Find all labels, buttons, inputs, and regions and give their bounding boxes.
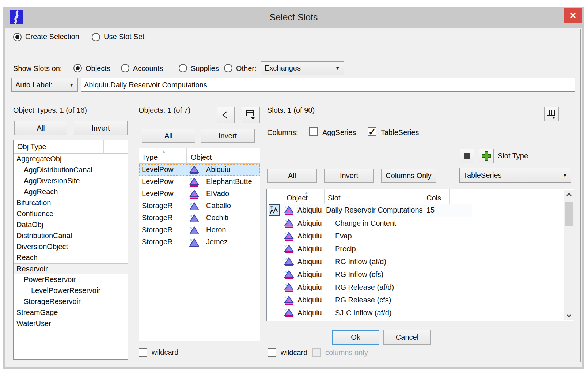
slots-scrollbar[interactable] [564,190,574,320]
objects-invert-button[interactable]: Invert [201,129,255,143]
list-item-aggreach[interactable]: AggReach [14,187,128,198]
object-types-all-button[interactable]: All [14,121,67,135]
accounts-label: Accounts [133,64,163,73]
list-item-confluence[interactable]: Confluence [14,208,128,219]
slots-table-header[interactable]: ▲ Object Slot Cols [267,189,574,204]
objects-radio[interactable] [73,64,82,72]
tableseries-label: TableSeries [381,128,419,137]
slots-all-button[interactable]: All [267,169,317,183]
list-item-aggregateobj[interactable]: AggregateObj [14,154,128,165]
slots-table: ▲ Object Slot Cols Abiquiu Daily R [266,189,574,321]
objects-table-header[interactable]: ▲ Type Object [139,148,260,164]
slot-name-cell: Change in Content [335,219,396,228]
objects-table: ▲ Type Object LevelPow Abiquiu LevelPow [139,148,260,341]
slot-cols-cell: 15 [426,206,435,214]
object-row-elephantbutte[interactable]: LevelPow ElephantButte [139,176,260,188]
object-row-heron[interactable]: StorageR Heron [139,224,260,236]
slot-object-cell: Abiquiu [297,232,322,240]
object-row-elvado[interactable]: LevelPow ElVado [139,188,260,200]
chevron-down-icon: ▼ [335,65,340,71]
object-row-cochiti[interactable]: StorageR Cochiti [139,212,260,224]
title-bar[interactable]: Select Slots ✕ [3,7,584,28]
show-previous-button[interactable] [217,107,235,123]
slot-row-rg-inflow-afd[interactable]: Abiquiu RG Inflow (af/d) [267,255,564,268]
objects-all-button[interactable]: All [142,129,195,143]
slot-row-sjc-inflow-afd[interactable]: Abiquiu SJ-C Inflow (af/d) [267,307,564,319]
scroll-up-icon[interactable] [566,193,572,196]
accounts-radio[interactable] [121,64,129,72]
columns-only-button[interactable]: Columns Only [381,169,436,183]
slot-name-cell: RG Release (af/d) [335,283,394,292]
sort-ascending-icon: ▲ [162,149,166,154]
create-selection-radio[interactable] [13,33,22,41]
slot-object-cell: Abiquiu [297,206,322,214]
slot-type-add-button[interactable] [479,149,494,163]
type-column-header[interactable]: Type [142,153,158,162]
slot-type-stop-button[interactable] [460,149,474,163]
use-slot-set-radio[interactable] [92,33,100,41]
select-slots-dialog: Select Slots ✕ Create Selection Use Slot… [3,7,584,369]
scrollbar-thumb[interactable] [565,202,573,226]
label-input[interactable] [81,78,575,92]
table-columns-icon [246,110,256,120]
list-item-bifurcation[interactable]: Bifurcation [14,198,128,208]
slot-row-rg-release-afd[interactable]: Abiquiu RG Release (af/d) [267,281,564,294]
slot-name-cell: Daily Reservoir Computations [326,206,423,214]
table-columns-icon [546,109,557,119]
object-types-list-header[interactable]: Obj Type [14,140,128,154]
list-item-dataobj[interactable]: DataObj [14,219,128,230]
cancel-button[interactable]: Cancel [383,330,431,345]
slot-row-precip[interactable]: Abiquiu Precip [267,242,564,255]
aggseries-checkbox[interactable] [309,127,318,136]
object-row-caballo[interactable]: StorageR Caballo [139,200,260,212]
plus-icon [481,151,492,162]
list-item-storagereservoir[interactable]: StorageReservoir [14,296,128,307]
slots-wildcard-checkbox[interactable] [268,348,276,357]
list-item-distributioncanal[interactable]: DistributionCanal [14,230,128,241]
slot-row-change-in-content[interactable]: Abiquiu Change in Content [267,217,564,230]
slot-row-rg-release-cfs[interactable]: Abiquiu RG Release (cfs) [267,294,564,307]
list-item-powerreservoir[interactable]: PowerReservoir [14,274,128,285]
slot-type-dropdown[interactable]: TableSeries ▼ [459,168,571,183]
auto-label-dropdown[interactable]: Auto Label: ▼ [11,78,78,92]
slot-row-rg-inflow-cfs[interactable]: Abiquiu RG Inflow (cfs) [267,268,564,281]
object-cell: Cochiti [206,214,228,222]
objects-wildcard-label: wildcard [152,348,178,357]
separator [12,50,577,50]
list-item-diversionobject[interactable]: DiversionObject [14,241,128,252]
aggseries-label: AggSeries [322,128,356,137]
type-cell: LevelPow [142,177,174,186]
list-item-streamgage[interactable]: StreamGage [14,307,128,318]
objects-columns-menu-button[interactable] [242,107,260,123]
tableseries-checkbox[interactable] [368,127,376,136]
slots-object-column-header[interactable]: Object [287,194,308,202]
list-item-reservoir-selected[interactable]: Reservoir [14,263,128,274]
object-row-jemez[interactable]: StorageR Jemez [139,236,260,248]
supplies-radio[interactable] [179,64,187,72]
slot-row-daily-reservoir-computations-selected[interactable]: Abiquiu Daily Reservoir Computations 15 [267,204,564,217]
list-item-levelpowerreservoir[interactable]: LevelPowerReservoir [14,285,128,296]
other-type-dropdown[interactable]: Exchanges ▼ [261,61,344,75]
object-types-invert-button[interactable]: Invert [74,121,128,135]
slot-row-evap[interactable]: Abiquiu Evap [267,230,564,242]
ok-button[interactable]: Ok [332,330,379,345]
object-column-header[interactable]: Object [191,153,212,162]
close-button[interactable]: ✕ [564,8,582,23]
level-power-reservoir-icon [189,189,199,199]
object-cell: ElephantButte [206,177,252,186]
objects-wildcard-checkbox[interactable] [139,348,147,357]
list-item-reach[interactable]: Reach [14,252,128,263]
slots-cols-column-header[interactable]: Cols [426,194,441,202]
list-item-aggdistributioncanal[interactable]: AggDistributionCanal [14,165,128,176]
list-item-wateruser[interactable]: WaterUser [14,318,128,329]
slots-columns-menu-button[interactable] [544,107,559,121]
list-item-aggdiversionsite[interactable]: AggDiversionSite [14,176,128,187]
slots-invert-button[interactable]: Invert [324,169,374,183]
slots-wildcard-label: wildcard [281,349,307,357]
scroll-down-icon[interactable] [566,314,572,317]
object-row-abiquiu-selected[interactable]: LevelPow Abiquiu [139,164,260,176]
other-radio[interactable] [224,64,232,72]
slots-slot-column-header[interactable]: Slot [328,194,340,202]
type-cell: StorageR [142,238,173,246]
other-label: Other: [236,64,257,73]
